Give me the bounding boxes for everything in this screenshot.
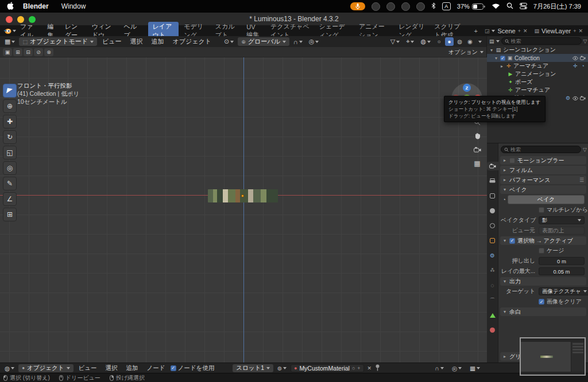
hide-in-viewport-icon[interactable]	[572, 95, 578, 102]
pan-view-icon[interactable]	[472, 131, 482, 141]
new-viewlayer-icon[interactable]: +	[573, 28, 576, 34]
shader-snap-button[interactable]: ∩	[432, 364, 446, 372]
select-mode-intersect-button[interactable]: ⊗	[44, 48, 53, 56]
unlink-scene-icon[interactable]: ✕	[523, 28, 528, 34]
spotlight-search-icon[interactable]	[506, 2, 513, 10]
select-mode-new-button[interactable]: ▣	[3, 48, 12, 56]
scene-object-lowpoly[interactable]	[208, 189, 278, 202]
menubar-window-menu[interactable]: Window	[61, 2, 86, 10]
proportional-edit-button[interactable]: ◎	[307, 37, 322, 46]
tab-object-properties[interactable]	[487, 236, 498, 245]
panel-margin[interactable]: ▾ 余白	[500, 307, 586, 316]
menubar-status-icon-4[interactable]	[416, 2, 425, 11]
menubar-status-icon-1[interactable]	[372, 2, 380, 11]
mode-dropdown[interactable]: ⬚ オブジェクトモード	[19, 37, 97, 46]
shader-type-dropdown[interactable]: ● オブジェクト	[18, 364, 73, 372]
editor-type-button[interactable]: ▦	[2, 37, 17, 46]
panel-motion-blur[interactable]: ▸ モーションブラー	[500, 156, 586, 165]
menubar-status-icon-3[interactable]	[401, 2, 410, 11]
preset-menu-icon[interactable]: ☰	[579, 177, 584, 183]
shader-editor-type-button[interactable]: ◍	[2, 364, 17, 372]
menubar-app-name[interactable]: Blender	[23, 2, 49, 10]
tool-rotate[interactable]: ↻	[3, 130, 17, 144]
motion-blur-checkbox[interactable]	[509, 158, 515, 163]
shading-rendered-button[interactable]: ◉	[466, 37, 474, 46]
target-dropdown[interactable]: 画像テクスチャ	[539, 287, 588, 295]
add-workspace-button[interactable]: +	[470, 27, 482, 35]
visibility-filter-button[interactable]: ▽	[388, 37, 402, 46]
scene-selector[interactable]: ◲ Scene + ✕	[482, 28, 530, 34]
tab-render-properties[interactable]	[487, 162, 498, 170]
properties-search-input[interactable]	[510, 147, 578, 153]
viewport-menu-select[interactable]: 選択	[127, 37, 146, 46]
tool-transform[interactable]: ◎	[3, 161, 17, 175]
from-multires-checkbox[interactable]	[539, 207, 544, 213]
tool-annotate[interactable]: ✎	[3, 177, 17, 190]
tab-output-properties[interactable]	[487, 177, 498, 185]
shading-wireframe-button[interactable]: ○	[435, 37, 443, 46]
unlink-material-button[interactable]: ✕	[366, 365, 374, 371]
shader-menu-add[interactable]: 追加	[123, 364, 142, 372]
wifi-icon[interactable]	[492, 3, 500, 10]
expand-icon[interactable]: ▸	[500, 64, 504, 69]
bake-type-dropdown[interactable]: 影	[539, 216, 585, 224]
bake-button[interactable]: ベイク	[508, 195, 585, 204]
properties-search[interactable]	[501, 146, 581, 153]
shader-overlays-button[interactable]: ◎	[450, 364, 464, 372]
tab-particles-properties[interactable]: ⁂	[487, 266, 498, 275]
select-mode-extend-button[interactable]: ⊞	[13, 48, 22, 56]
use-nodes-checkbox[interactable]: ✓	[171, 365, 176, 371]
tab-object-data-properties[interactable]	[487, 311, 498, 319]
show-overlays-button[interactable]: ◍	[418, 37, 433, 46]
show-gizmo-button[interactable]: ⌖	[404, 37, 416, 46]
viewlayer-selector[interactable]: ▤ ViewLayer + ✕	[532, 28, 586, 34]
properties-filter-icon[interactable]: ▽	[583, 147, 587, 153]
cage-checkbox[interactable]	[539, 248, 544, 254]
slot-dropdown[interactable]: スロット1	[233, 364, 273, 372]
collection-checkbox[interactable]: ✓	[500, 56, 505, 61]
selected-to-active-checkbox[interactable]: ✓	[509, 238, 515, 244]
new-material-icon[interactable]: +	[357, 365, 360, 371]
tool-select-box[interactable]: ◤	[3, 84, 17, 98]
extrusion-field[interactable]: 0 m	[539, 257, 585, 265]
new-scene-icon[interactable]: +	[518, 28, 521, 34]
menubar-status-icon-2[interactable]	[386, 2, 395, 11]
shader-menu-select[interactable]: 選択	[102, 364, 121, 372]
input-source-indicator[interactable]: A	[442, 2, 451, 10]
shading-material-button[interactable]: ◍	[455, 37, 464, 46]
outliner-editor-icon[interactable]: ▤	[489, 38, 494, 44]
tab-physics-properties[interactable]: ◌	[487, 281, 498, 290]
hide-in-viewport-icon[interactable]	[572, 55, 578, 61]
tool-add-cube[interactable]: ⊞	[3, 208, 17, 221]
fake-user-icon[interactable]: ○	[352, 365, 355, 371]
tab-viewlayer-properties[interactable]	[487, 192, 498, 200]
browse-material-button[interactable]: ◍	[275, 365, 289, 372]
select-mode-subtract-button[interactable]: ⊟	[24, 48, 33, 56]
tool-scale[interactable]: ◱	[3, 146, 17, 159]
apple-logo-icon[interactable]	[7, 2, 14, 11]
control-center-icon[interactable]	[520, 3, 527, 10]
outliner-row-armature-data[interactable]: ✛ アーマチュア	[487, 86, 588, 94]
tab-modifier-properties[interactable]: ⚙	[487, 251, 498, 260]
bluetooth-icon[interactable]	[431, 2, 436, 10]
shader-menu-view[interactable]: ビュー	[75, 364, 100, 372]
snap-toggle-button[interactable]: ∩	[291, 38, 305, 46]
material-name-field[interactable]: ● MyCustomMaterial ○ +	[291, 364, 364, 372]
tool-measure[interactable]: ∠	[3, 192, 17, 206]
remove-viewlayer-icon[interactable]: ✕	[578, 28, 583, 34]
max-ray-field[interactable]: 0.05 m	[539, 267, 585, 275]
viewport-canvas[interactable]: フロント・平行投影 (41) Collection | 低ポリ 10センチメート…	[0, 57, 487, 362]
outliner-row-scene-collection[interactable]: ▾ ▤ シーンコレクション	[487, 46, 588, 54]
microphone-indicator[interactable]	[350, 2, 365, 10]
menubar-datetime[interactable]: 7月26日(土) 7:39	[533, 2, 581, 11]
tab-constraints-properties[interactable]: ⌒	[487, 296, 498, 305]
tab-world-properties[interactable]	[487, 221, 498, 230]
toggle-perspective-icon[interactable]: ▦	[472, 158, 482, 169]
panel-film[interactable]: ▸ フィルム	[500, 166, 586, 174]
tool-cursor[interactable]: ⊕	[3, 99, 17, 113]
viewport-menu-object[interactable]: オブジェクト	[169, 37, 215, 46]
outliner-row-pose[interactable]: ✦ ポーズ	[487, 78, 588, 86]
viewport-menu-add[interactable]: 追加	[148, 37, 168, 46]
panel-performance[interactable]: ▸ パフォーマンス ☰	[500, 176, 586, 184]
gizmo-z-axis[interactable]: Z	[463, 84, 471, 92]
